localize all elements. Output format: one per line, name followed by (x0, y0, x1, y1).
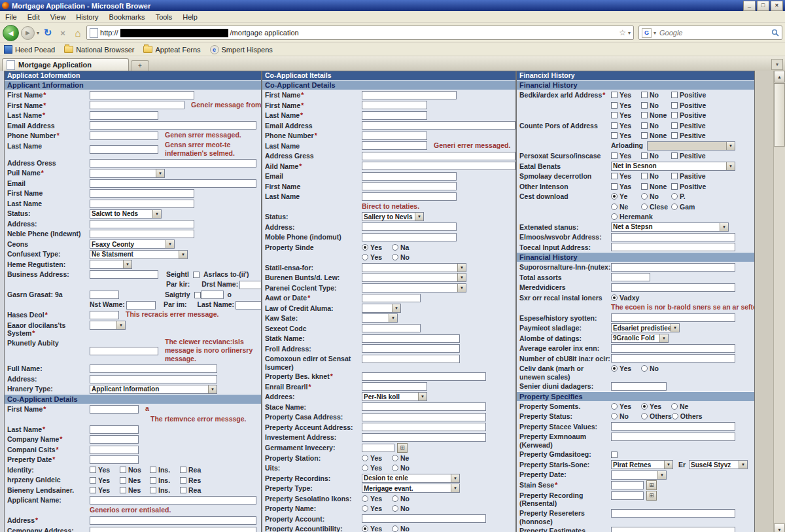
radio-button[interactable] (671, 193, 678, 200)
text-input[interactable] (362, 372, 486, 381)
select[interactable]: ▼ (362, 263, 466, 272)
chevron-down-icon[interactable]: ▼ (457, 284, 466, 292)
select[interactable]: ▼ (647, 141, 735, 151)
text-input[interactable] (362, 141, 427, 150)
radio-option[interactable]: Na (392, 243, 422, 251)
checkbox[interactable] (611, 183, 618, 190)
text-input[interactable] (611, 243, 735, 251)
select[interactable]: ▼ (362, 283, 466, 293)
checkbox[interactable] (611, 122, 618, 129)
radio-button[interactable] (362, 244, 368, 251)
chevron-down-icon[interactable]: ▼ (123, 260, 131, 268)
radio-button[interactable] (392, 465, 398, 471)
radio-button[interactable] (362, 495, 368, 502)
checkbox[interactable] (90, 467, 96, 473)
radio-option[interactable]: Yes (641, 402, 671, 410)
text-input[interactable] (362, 192, 457, 201)
chevron-down-icon[interactable]: ▼ (389, 314, 397, 322)
checkbox[interactable] (120, 467, 126, 473)
select[interactable]: Pirat Retnes▼ (611, 460, 673, 469)
bookmark-item[interactable]: Appteat Ferns (143, 46, 200, 54)
select[interactable]: Merigage evant.▼ (362, 484, 460, 493)
chevron-down-icon[interactable]: ▼ (418, 393, 427, 400)
text-input[interactable] (362, 344, 460, 353)
select[interactable]: Per-Nis koll▼ (362, 392, 427, 401)
text-input[interactable] (362, 91, 457, 99)
checkbox[interactable] (90, 477, 96, 484)
select[interactable]: Fsaxy Ceonty▼ (90, 239, 175, 249)
text-input[interactable] (90, 291, 119, 299)
select[interactable]: Edsariet predistiee .▼ (611, 323, 680, 332)
radio-button[interactable] (611, 403, 618, 410)
radio-option[interactable]: Yes (362, 494, 392, 503)
url-bar[interactable]: http:// /mortgage application ☆ ▾ (86, 26, 634, 40)
text-input[interactable] (611, 527, 735, 532)
radio-button[interactable] (671, 204, 678, 210)
text-input[interactable] (611, 433, 735, 441)
radio-option[interactable]: Yes (611, 364, 641, 372)
text-input[interactable] (236, 301, 262, 310)
select[interactable]: Ne Statsment▼ (90, 250, 188, 259)
checkbox[interactable] (671, 173, 678, 179)
checkbox[interactable] (611, 112, 618, 118)
text-input[interactable] (90, 425, 139, 434)
radio-option[interactable]: Vadxy (611, 293, 641, 302)
checkbox-option[interactable]: Rea (180, 486, 210, 494)
text-input[interactable] (362, 233, 457, 241)
checkbox-option[interactable]: Yes (611, 131, 641, 139)
checkbox[interactable] (641, 112, 648, 118)
chevron-down-icon[interactable]: ▼ (720, 223, 728, 231)
text-input[interactable] (611, 382, 667, 391)
text-input[interactable] (90, 270, 158, 279)
radio-button[interactable] (362, 254, 368, 260)
radio-button[interactable] (611, 193, 618, 200)
checkbox[interactable] (150, 487, 156, 493)
radio-button[interactable] (641, 365, 648, 372)
text-input[interactable] (611, 491, 644, 500)
radio-option[interactable]: No (392, 253, 422, 261)
search-box[interactable]: G ▾ (638, 26, 782, 40)
checkbox-option[interactable]: Nes (120, 476, 150, 484)
checkbox[interactable] (120, 487, 126, 493)
text-input[interactable] (611, 263, 735, 272)
vertical-scrollbar[interactable]: ▲ ▼ (773, 71, 785, 532)
checkbox[interactable] (641, 183, 648, 190)
checkbox[interactable] (641, 102, 648, 109)
url-dropdown-icon[interactable]: ▾ (628, 30, 631, 36)
chevron-down-icon[interactable]: ▼ (156, 169, 164, 177)
radio-option[interactable]: No (392, 504, 422, 512)
checkbox[interactable] (180, 487, 186, 493)
checkbox-option[interactable]: Yes (611, 111, 641, 119)
radio-button[interactable] (641, 204, 648, 210)
checkbox[interactable] (671, 102, 678, 109)
checkbox[interactable] (671, 132, 678, 139)
text-input[interactable] (90, 101, 184, 109)
radio-button[interactable] (611, 294, 618, 301)
new-tab-button[interactable]: + (131, 60, 149, 71)
checkbox[interactable] (194, 292, 201, 298)
scroll-up-button[interactable]: ▲ (774, 71, 785, 82)
menu-edit[interactable]: Edit (27, 13, 40, 21)
bookmark-item[interactable]: eSmpert Hispens (210, 45, 273, 54)
text-input[interactable] (611, 509, 735, 518)
select[interactable]: ▼ (362, 273, 466, 282)
text-input[interactable] (362, 382, 427, 391)
back-button[interactable]: ◀ (3, 25, 19, 41)
search-engine-dropdown-icon[interactable]: ▾ (654, 30, 656, 36)
chevron-down-icon[interactable]: ▼ (664, 461, 672, 469)
radio-option[interactable]: Ye (611, 192, 641, 200)
text-input[interactable] (90, 220, 194, 228)
chevron-down-icon[interactable]: ▼ (671, 324, 679, 332)
checkbox-option[interactable] (611, 451, 618, 458)
checkbox-option[interactable]: No (641, 151, 671, 160)
chevron-down-icon[interactable]: ▼ (451, 484, 459, 492)
chevron-down-icon[interactable]: ▼ (451, 474, 459, 482)
text-input[interactable] (90, 121, 256, 130)
history-dropdown-icon[interactable]: ▾ (37, 30, 39, 36)
checkbox-option[interactable]: Pesitive (671, 121, 706, 130)
select[interactable]: ▼ (90, 321, 126, 330)
radio-option[interactable]: Others (672, 412, 703, 420)
text-input[interactable] (362, 402, 486, 411)
radio-option[interactable]: Yes (362, 453, 392, 462)
radio-button[interactable] (362, 525, 368, 532)
